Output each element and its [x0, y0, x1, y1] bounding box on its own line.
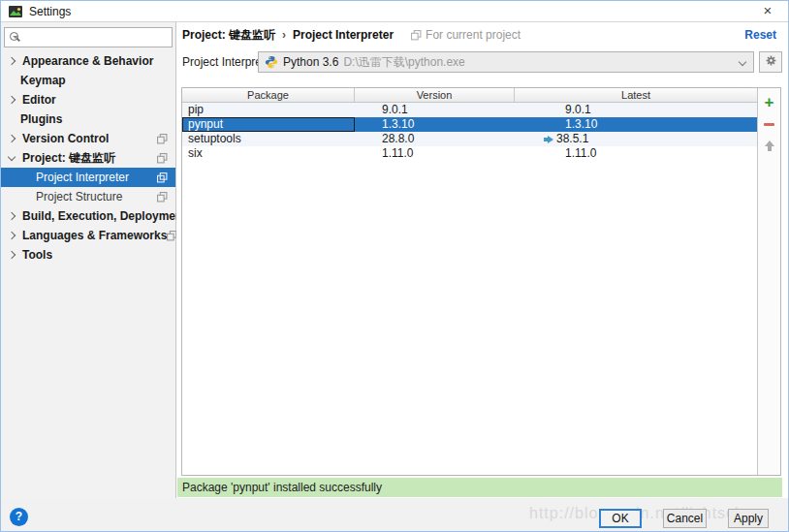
sidebar-item-label: Tools: [22, 248, 52, 262]
upgrade-available-icon: [548, 136, 553, 143]
sidebar-item-label: Keymap: [20, 74, 66, 87]
cancel-button[interactable]: Cancel: [663, 509, 707, 528]
package-table: Package Version Latest pip 9.0.1 9.0.1 p…: [182, 88, 757, 475]
package-toolbar: +: [757, 88, 780, 475]
sidebar-item-editor[interactable]: Editor: [1, 90, 175, 110]
breadcrumb-page: Project Interpreter: [293, 28, 394, 42]
per-project-settings-icon: [157, 153, 168, 164]
footer-bar: http://blog.csdn.net/lichtschen OK Cance…: [1, 498, 788, 532]
breadcrumb-project: Project: 键盘监听: [182, 27, 275, 44]
sidebar-item-label: Project: 键盘监听: [22, 150, 115, 167]
package-name-cell: pip: [182, 103, 355, 117]
interpreter-dropdown[interactable]: Python 3.6 D:\迅雷下载\python.exe: [258, 51, 754, 73]
package-row-setuptools[interactable]: setuptools 28.8.0 38.5.1: [182, 132, 757, 146]
ok-button[interactable]: OK: [599, 509, 642, 528]
sidebar-item-languages-frameworks[interactable]: Languages & Frameworks: [1, 226, 175, 245]
minus-icon: [764, 123, 774, 126]
package-version-cell: 9.0.1: [355, 103, 515, 117]
package-name-cell: pynput: [182, 117, 355, 132]
sidebar-item-project-structure[interactable]: Project Structure: [1, 187, 175, 206]
status-message: Package 'pynput' installed successfully: [177, 478, 782, 497]
title-bar: Settings ×: [1, 1, 788, 22]
sidebar-item-label: Appearance & Behavior: [22, 54, 153, 68]
package-latest-cell: 1.11.0: [515, 146, 757, 161]
close-icon[interactable]: ×: [757, 1, 778, 21]
sidebar-item-label: Languages & Frameworks: [22, 229, 167, 242]
interpreter-name: Python 3.6: [283, 55, 338, 69]
plus-icon: +: [765, 95, 774, 110]
search-input[interactable]: [18, 29, 173, 46]
package-latest-cell: 38.5.1: [515, 132, 757, 146]
package-table-panel: Package Version Latest pip 9.0.1 9.0.1 p…: [181, 87, 781, 476]
interpreter-row: Project Interpreter: Python 3.6 D:\迅雷下载\…: [176, 47, 788, 77]
settings-sidebar: Appearance & Behavior Keymap Editor Plug…: [1, 22, 176, 498]
column-header-version[interactable]: Version: [355, 88, 515, 102]
sidebar-item-project[interactable]: Project: 键盘监听: [1, 148, 175, 168]
sidebar-item-label: Editor: [22, 93, 56, 107]
interpreter-path: D:\迅雷下载\python.exe: [343, 54, 464, 71]
package-version-cell: 1.11.0: [355, 146, 515, 161]
chevron-right-icon[interactable]: [8, 135, 16, 142]
settings-search-box[interactable]: [4, 27, 173, 47]
sidebar-item-appearance-behavior[interactable]: Appearance & Behavior: [1, 51, 175, 71]
interpreter-settings-button[interactable]: [759, 51, 782, 73]
breadcrumb-separator: ›: [282, 28, 286, 42]
column-header-latest[interactable]: Latest: [515, 88, 757, 102]
column-header-package[interactable]: Package: [182, 88, 355, 102]
chevron-right-icon[interactable]: [8, 232, 16, 239]
reset-link[interactable]: Reset: [744, 28, 776, 42]
python-logo-icon: [265, 55, 278, 69]
package-version-cell: 28.8.0: [355, 132, 515, 146]
per-project-settings-icon: [411, 30, 422, 41]
package-name-cell: six: [182, 146, 355, 161]
package-latest-cell: 9.0.1: [515, 103, 757, 117]
package-latest-cell: 1.3.10: [515, 117, 757, 132]
breadcrumb: Project: 键盘监听 › Project Interpreter For …: [176, 22, 788, 47]
sidebar-item-label: Project Structure: [36, 190, 122, 203]
package-row-pip[interactable]: pip 9.0.1 9.0.1: [182, 103, 757, 117]
window-title: Settings: [29, 5, 71, 18]
for-current-project-label: For current project: [426, 28, 521, 42]
for-current-project-note: For current project: [411, 28, 521, 42]
dropdown-chevron-icon[interactable]: [739, 58, 746, 66]
package-table-header: Package Version Latest: [182, 88, 757, 103]
chevron-right-icon[interactable]: [8, 251, 16, 259]
per-project-settings-icon: [157, 192, 168, 203]
chevron-right-icon[interactable]: [8, 96, 16, 104]
sidebar-item-build-execution-deployment[interactable]: Build, Execution, Deployment: [1, 206, 175, 226]
package-version-cell: 1.3.10: [355, 117, 515, 132]
sidebar-item-label: Build, Execution, Deployment: [22, 209, 186, 223]
per-project-settings-icon: [157, 172, 168, 183]
chevron-down-icon[interactable]: [8, 153, 16, 161]
per-project-settings-icon: [157, 134, 168, 144]
chevron-right-icon[interactable]: [8, 212, 16, 220]
arrow-up-icon: [765, 141, 774, 151]
apply-button[interactable]: Apply: [728, 509, 769, 528]
settings-window: Settings × Appearance & Behavior Keymap …: [0, 0, 789, 532]
sidebar-item-project-interpreter[interactable]: Project Interpreter: [1, 168, 175, 187]
uninstall-package-button[interactable]: [761, 113, 778, 135]
sidebar-item-keymap[interactable]: Keymap: [1, 71, 175, 90]
package-name-cell: setuptools: [182, 132, 355, 146]
settings-content: Project: 键盘监听 › Project Interpreter For …: [176, 22, 788, 498]
upgrade-package-button[interactable]: [761, 135, 778, 156]
install-package-button[interactable]: +: [761, 92, 778, 113]
package-row-pynput[interactable]: pynput 1.3.10 1.3.10: [182, 117, 757, 132]
app-icon: [9, 5, 22, 18]
sidebar-item-label: Plugins: [20, 112, 62, 126]
package-row-six[interactable]: six 1.11.0 1.11.0: [182, 146, 757, 161]
package-latest-value: 38.5.1: [556, 132, 588, 146]
gear-icon: [765, 54, 777, 70]
settings-tree: Appearance & Behavior Keymap Editor Plug…: [1, 51, 175, 265]
sidebar-item-tools[interactable]: Tools: [1, 245, 175, 265]
sidebar-item-label: Project Interpreter: [36, 171, 129, 184]
chevron-right-icon[interactable]: [8, 57, 16, 65]
sidebar-item-version-control[interactable]: Version Control: [1, 129, 175, 148]
sidebar-item-label: Version Control: [22, 132, 109, 145]
sidebar-item-plugins[interactable]: Plugins: [1, 110, 175, 129]
help-button[interactable]: ?: [10, 508, 28, 526]
